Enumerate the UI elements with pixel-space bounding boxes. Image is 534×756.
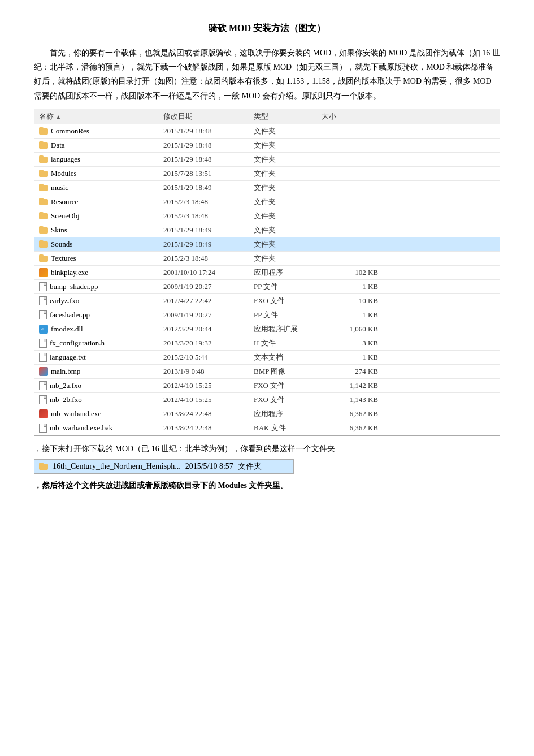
file-date: 2012/4/10 15:25 xyxy=(163,395,254,404)
table-row[interactable]: faceshader.pp 2009/1/19 20:27 PP 文件 1 KB xyxy=(34,308,500,322)
file-icon xyxy=(39,282,47,291)
table-body: CommonRes 2015/1/29 18:48 文件夹 Data 2015/… xyxy=(34,124,500,435)
table-row[interactable]: earlyz.fxo 2012/4/27 22:42 FXO 文件 10 KB xyxy=(34,294,500,308)
table-row[interactable]: Textures 2015/2/3 18:48 文件夹 xyxy=(34,252,500,266)
file-type: 文件夹 xyxy=(254,239,322,249)
file-name-text: Data xyxy=(51,141,65,150)
table-row[interactable]: mb_2b.fxo 2012/4/10 15:25 FXO 文件 1,143 K… xyxy=(34,393,500,407)
file-name: Modules xyxy=(39,169,163,178)
file-name: mb_warband.exe.bak xyxy=(39,424,163,433)
file-size: 102 KB xyxy=(322,268,378,277)
file-name: mb_2a.fxo xyxy=(39,381,163,390)
file-name-text: CommonRes xyxy=(51,127,89,136)
folder-icon xyxy=(39,184,48,191)
file-type: 文件夹 xyxy=(254,197,322,207)
file-name: Textures xyxy=(39,254,163,263)
file-name: Data xyxy=(39,141,163,150)
table-row[interactable]: languages 2015/1/29 18:48 文件夹 xyxy=(34,153,500,167)
file-name: fx_configuration.h xyxy=(39,339,163,348)
file-icon xyxy=(39,353,47,362)
table-row[interactable]: SceneObj 2015/2/3 18:48 文件夹 xyxy=(34,209,500,223)
file-size: 1,060 KB xyxy=(322,325,378,334)
file-type: 文件夹 xyxy=(254,169,322,179)
bmp-icon xyxy=(39,367,48,376)
mod-folder-type: 文件夹 xyxy=(238,461,262,472)
file-name-text: mb_2a.fxo xyxy=(50,381,81,390)
file-type: 文件夹 xyxy=(254,126,322,136)
file-name-text: binkplay.exe xyxy=(51,268,88,277)
file-date: 2013/8/24 22:48 xyxy=(163,409,254,418)
file-date: 2009/1/19 20:27 xyxy=(163,310,254,319)
mod-folder-name: 16th_Century_the_Northern_Hemisph... xyxy=(53,462,181,471)
dll-icon: dll xyxy=(39,325,48,334)
file-icon xyxy=(39,395,47,404)
file-name-text: Resource xyxy=(51,197,78,206)
file-date: 2015/2/3 18:48 xyxy=(163,254,254,263)
table-row[interactable]: Resource 2015/2/3 18:48 文件夹 xyxy=(34,195,500,209)
file-type: 文件夹 xyxy=(254,140,322,150)
file-name: mb_warband.exe xyxy=(39,409,163,418)
file-date: 2015/1/29 18:49 xyxy=(163,183,254,192)
file-size: 6,362 KB xyxy=(322,424,378,433)
file-name-text: SceneObj xyxy=(51,211,80,221)
mod-folder-box: 16th_Century_the_Northern_Hemisph... 201… xyxy=(34,459,294,474)
file-date: 2015/2/10 5:44 xyxy=(163,353,254,362)
file-name-text: mb_warband.exe.bak xyxy=(50,424,112,433)
table-row[interactable]: Data 2015/1/29 18:48 文件夹 xyxy=(34,139,500,153)
col-header-name: 名称 ▲ xyxy=(39,111,163,122)
file-name: Sounds xyxy=(39,240,163,249)
file-name-text: mb_2b.fxo xyxy=(50,395,82,404)
table-row[interactable]: Sounds 2015/1/29 18:49 文件夹 xyxy=(34,237,500,252)
table-row[interactable]: Modules 2015/7/28 13:51 文件夹 xyxy=(34,167,500,181)
folder-icon xyxy=(39,127,48,135)
file-type: H 文件 xyxy=(254,338,322,348)
file-date: 2015/1/29 18:49 xyxy=(163,240,254,249)
folder-icon xyxy=(39,463,48,470)
file-explorer-table: 名称 ▲ 修改日期 类型 大小 CommonRes 2015/1/29 18:4… xyxy=(34,109,500,436)
file-icon xyxy=(39,296,47,305)
file-type: FXO 文件 xyxy=(254,296,322,306)
table-row[interactable]: CommonRes 2015/1/29 18:48 文件夹 xyxy=(34,124,500,139)
file-date: 2015/7/28 13:51 xyxy=(163,169,254,178)
file-type: 文件夹 xyxy=(254,183,322,193)
folder-icon xyxy=(39,240,48,248)
file-type: FXO 文件 xyxy=(254,381,322,391)
paragraph-3: ，然后将这个文件夹放进战团或者原版骑砍目录下的 Modules 文件夹里。 xyxy=(34,478,500,493)
col-header-type: 类型 xyxy=(254,111,322,122)
file-size: 1 KB xyxy=(322,310,378,319)
file-name-text: Skins xyxy=(51,226,67,235)
file-name: mb_2b.fxo xyxy=(39,395,163,404)
file-size: 1,143 KB xyxy=(322,395,378,404)
table-row[interactable]: fx_configuration.h 2013/3/20 19:32 H 文件 … xyxy=(34,336,500,351)
table-row[interactable]: music 2015/1/29 18:49 文件夹 xyxy=(34,181,500,195)
table-row[interactable]: dll fmodex.dll 2012/3/29 20:44 应用程序扩展 1,… xyxy=(34,322,500,336)
table-row[interactable]: mb_2a.fxo 2012/4/10 15:25 FXO 文件 1,142 K… xyxy=(34,379,500,393)
folder-icon xyxy=(39,254,48,262)
file-name: bump_shader.pp xyxy=(39,282,163,291)
file-date: 2001/10/10 17:24 xyxy=(163,268,254,277)
exe-icon xyxy=(39,409,48,418)
file-type: BMP 图像 xyxy=(254,366,322,377)
file-name: dll fmodex.dll xyxy=(39,325,163,334)
table-row[interactable]: language.txt 2015/2/10 5:44 文本文档 1 KB xyxy=(34,351,500,365)
file-name-text: Textures xyxy=(51,254,76,263)
table-row[interactable]: binkplay.exe 2001/10/10 17:24 应用程序 102 K… xyxy=(34,266,500,280)
table-row[interactable]: mb_warband.exe.bak 2013/8/24 22:48 BAK 文… xyxy=(34,421,500,435)
table-header: 名称 ▲ 修改日期 类型 大小 xyxy=(34,109,500,124)
mod-folder-row: 16th_Century_the_Northern_Hemisph... 201… xyxy=(34,460,293,473)
file-name-text: Sounds xyxy=(51,240,72,249)
file-type: 文件夹 xyxy=(254,225,322,235)
table-row[interactable]: bump_shader.pp 2009/1/19 20:27 PP 文件 1 K… xyxy=(34,280,500,294)
file-size: 1 KB xyxy=(322,353,378,362)
table-row[interactable]: main.bmp 2013/1/9 0:48 BMP 图像 274 KB xyxy=(34,365,500,379)
file-size: 3 KB xyxy=(322,339,378,348)
file-date: 2015/1/29 18:49 xyxy=(163,226,254,235)
table-row[interactable]: mb_warband.exe 2013/8/24 22:48 应用程序 6,36… xyxy=(34,407,500,421)
col-header-size: 大小 xyxy=(322,111,378,122)
table-row[interactable]: Skins 2015/1/29 18:49 文件夹 xyxy=(34,223,500,237)
paragraph-1: 首先，你的要有一个载体，也就是战团或者原版骑砍，这取决于你要安装的 MOD，如果… xyxy=(34,46,500,103)
paragraph-2: ，接下来打开你下载的 MOD（已 16 世纪：北半球为例），你看到的是这样一个文… xyxy=(34,442,500,456)
file-type: 应用程序扩展 xyxy=(254,324,322,334)
file-type: FXO 文件 xyxy=(254,395,322,405)
file-icon xyxy=(39,310,47,319)
